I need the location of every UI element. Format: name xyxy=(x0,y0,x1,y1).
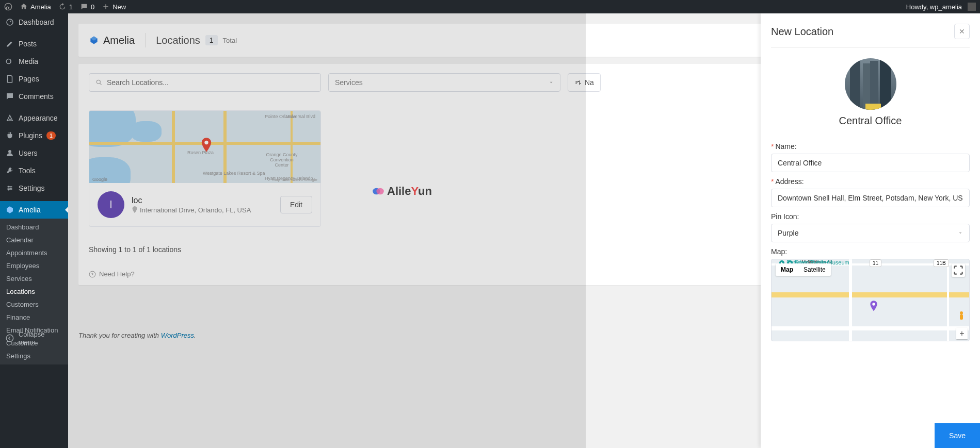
search-input-wrapper[interactable] xyxy=(89,73,321,92)
sub-customers[interactable]: Customers xyxy=(0,298,68,311)
chevron-down-icon xyxy=(549,80,554,85)
pegman-icon[interactable] xyxy=(958,311,965,322)
wordpress-link[interactable]: WordPress xyxy=(161,331,194,339)
avatar-icon xyxy=(968,3,976,11)
fullscreen-button[interactable] xyxy=(952,263,965,277)
sub-dashboard[interactable]: Dashboard xyxy=(0,221,68,234)
menu-amelia[interactable]: Amelia xyxy=(0,201,68,219)
sub-employees[interactable]: Employees xyxy=(0,259,68,272)
svg-rect-20 xyxy=(960,314,963,320)
sub-services[interactable]: Services xyxy=(0,272,68,285)
amelia-brand: Amelia xyxy=(89,35,135,46)
comments-link[interactable]: 0 xyxy=(80,3,94,11)
sort-button[interactable]: Na xyxy=(568,73,601,92)
menu-appearance[interactable]: Appearance xyxy=(0,109,68,127)
wp-logo[interactable] xyxy=(4,3,12,11)
menu-media[interactable]: Media xyxy=(0,53,68,70)
svg-point-19 xyxy=(960,311,963,314)
map-label: Map: xyxy=(771,247,970,256)
location-image[interactable] xyxy=(845,58,896,110)
close-icon: ✕ xyxy=(959,27,965,36)
plugin-update-badge: 1 xyxy=(46,131,56,140)
satellite-tab[interactable]: Satellite xyxy=(798,263,831,276)
svg-point-8 xyxy=(97,80,100,84)
sub-appointments[interactable]: Appointments xyxy=(0,246,68,259)
location-map-thumb: Pointe Orlando Universal Blvd Rosen Plaz… xyxy=(89,111,320,183)
menu-comments[interactable]: Comments xyxy=(0,88,68,105)
help-icon xyxy=(89,271,96,278)
preview-name: Central Office xyxy=(771,115,970,127)
map-tab[interactable]: Map xyxy=(776,263,798,276)
wp-sidebar: Dashboard Posts Media Pages Comments App… xyxy=(0,13,68,448)
save-button[interactable]: Save xyxy=(935,423,980,448)
search-icon xyxy=(95,79,103,86)
close-button[interactable]: ✕ xyxy=(954,24,970,39)
svg-point-5 xyxy=(10,188,12,189)
svg-point-10 xyxy=(89,271,95,277)
menu-tools[interactable]: Tools xyxy=(0,162,68,179)
menu-dashboard[interactable]: Dashboard xyxy=(0,13,68,31)
menu-users[interactable]: Users xyxy=(0,144,68,162)
site-link[interactable]: Amelia xyxy=(20,3,51,11)
svg-point-18 xyxy=(872,303,875,305)
menu-settings[interactable]: Settings xyxy=(0,179,68,197)
menu-plugins[interactable]: Plugins1 xyxy=(0,127,68,144)
howdy-user[interactable]: Howdy, wp_amelia xyxy=(906,3,976,11)
pin-icon xyxy=(132,206,138,213)
location-avatar: l xyxy=(98,191,124,218)
sub-settings[interactable]: Settings xyxy=(0,350,68,362)
svg-point-2 xyxy=(6,59,11,64)
location-card: Pointe Orlando Universal Blvd Rosen Plaz… xyxy=(89,110,321,227)
svg-point-4 xyxy=(8,186,9,188)
page-title: Locations xyxy=(156,35,200,46)
search-input[interactable] xyxy=(107,78,314,87)
svg-point-3 xyxy=(8,150,11,153)
svg-point-9 xyxy=(204,141,208,144)
chevron-down-icon xyxy=(958,230,963,236)
location-name: loc xyxy=(132,196,273,205)
zoom-in-button[interactable]: + xyxy=(956,328,968,339)
updates-link[interactable]: 1 xyxy=(58,3,73,11)
sub-calendar[interactable]: Calendar xyxy=(0,234,68,246)
drawer-map[interactable]: Munson St Main St Potsdam Public Museum … xyxy=(771,259,970,341)
pin-icon-label: Pin Icon: xyxy=(771,212,970,221)
location-address: International Drive, Orlando, FL, USA xyxy=(132,206,273,214)
collapse-menu[interactable]: Collapse menu xyxy=(0,326,68,350)
svg-point-7 xyxy=(6,335,13,341)
address-input[interactable] xyxy=(771,189,970,207)
address-label: *Address: xyxy=(771,177,970,186)
edit-button[interactable]: Edit xyxy=(280,196,312,213)
location-count: 1 xyxy=(205,35,218,45)
new-link[interactable]: New xyxy=(102,3,126,11)
map-pin-icon xyxy=(870,301,878,314)
menu-posts[interactable]: Posts xyxy=(0,35,68,53)
drawer-title: New Location xyxy=(771,26,833,38)
new-location-drawer: New Location ✕ Central Office *Name: *Ad… xyxy=(761,13,980,448)
services-filter[interactable]: Services xyxy=(328,73,560,92)
svg-point-6 xyxy=(8,189,9,191)
menu-pages[interactable]: Pages xyxy=(0,70,68,88)
wp-adminbar: Amelia 1 0 New Howdy, wp_amelia xyxy=(0,0,980,13)
sub-finance[interactable]: Finance xyxy=(0,311,68,324)
name-input[interactable] xyxy=(771,154,970,172)
sort-icon xyxy=(574,79,582,86)
sub-locations[interactable]: Locations xyxy=(0,285,68,298)
pin-icon-select[interactable]: Purple xyxy=(771,224,970,242)
name-label: *Name: xyxy=(771,142,970,151)
